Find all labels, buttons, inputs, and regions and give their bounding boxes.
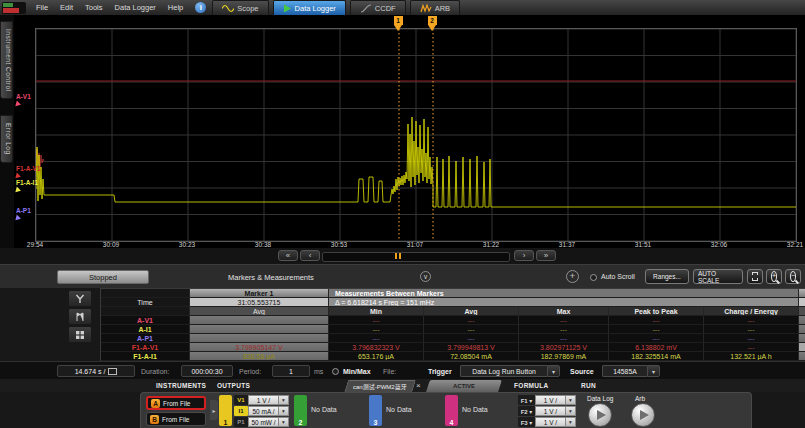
between-markers-title: Measurements Between Markers: [329, 289, 799, 298]
tab-label: CCDF: [375, 4, 396, 13]
zoom-in-icon[interactable]: +: [766, 269, 782, 284]
scroll-left-button[interactable]: «: [278, 250, 298, 261]
output-badge-p1[interactable]: P1: [234, 417, 248, 427]
output-row-i1: I150 mA /▾: [234, 406, 289, 416]
channel-1-bar[interactable]: 1: [219, 395, 232, 426]
output-badge-v1[interactable]: V1: [234, 395, 248, 405]
minmax-label: Min/Max: [343, 368, 371, 375]
cell-marker1-avg: 3.799905147 V: [190, 343, 329, 352]
instrument-a-button[interactable]: AFrom File: [146, 396, 206, 410]
markers-tool-button[interactable]: [68, 308, 92, 325]
active-tab[interactable]: ACTIVE: [426, 380, 502, 392]
run-data-log-button[interactable]: [588, 403, 612, 427]
zoom-out-icon[interactable]: −: [785, 269, 801, 284]
menu-file[interactable]: File: [30, 0, 54, 15]
marker2-title: Marker 2: [799, 289, 805, 298]
cell-charge: ---: [704, 325, 799, 334]
table-tool-strip: [62, 288, 98, 360]
channel-2-bar[interactable]: 2: [294, 395, 307, 426]
tab-scope[interactable]: Scope: [212, 0, 268, 15]
instrument-b-button[interactable]: BFrom File: [146, 412, 206, 426]
output-scale-field[interactable]: 50 mW /: [248, 417, 278, 427]
scroll-right-button[interactable]: »: [536, 250, 556, 261]
cell-charge: ---: [704, 316, 799, 325]
formula-scale-field[interactable]: 1 V /: [535, 406, 565, 416]
measurements-table: Marker 1Measurements Between MarkersMark…: [100, 288, 805, 362]
trigger-dropdown[interactable]: Data Log Run Button▾: [460, 365, 560, 377]
tab-data-logger[interactable]: Data Logger: [273, 0, 346, 15]
formula-badge-f1[interactable]: F1 ▾: [518, 395, 535, 405]
output-scale-field[interactable]: 1 V /: [248, 395, 278, 405]
trace-arrow-icon: [15, 186, 21, 193]
chevron-down-icon: ▾: [647, 365, 660, 377]
scroll-left-button[interactable]: ‹: [300, 250, 320, 261]
sidebar-tab-error-log[interactable]: Error Log: [0, 115, 13, 163]
channel-4-status: No Data: [462, 406, 488, 413]
cell-marker2-avg: 895.518 µA: [799, 352, 805, 361]
zoom-region-icon[interactable]: [747, 269, 763, 284]
tab-label: ARB: [435, 4, 450, 13]
bottom-strip: INSTRUMENTS OUTPUTS can测试-PWM2蓝牙 × ACTIV…: [0, 379, 805, 392]
cell-p2p: 6.138802 mV: [609, 343, 704, 352]
tab-arb[interactable]: ARB: [410, 0, 460, 15]
marker-pin-label: 1: [394, 16, 403, 25]
marker-pin-2[interactable]: 2: [428, 16, 437, 31]
menu-help[interactable]: Help: [162, 0, 189, 15]
expander-handle[interactable]: ▸: [210, 400, 218, 420]
play-icon: [283, 4, 292, 13]
minmax-radio[interactable]: [332, 368, 339, 375]
waveform-plot[interactable]: [35, 28, 797, 242]
menu-edit[interactable]: Edit: [54, 0, 79, 15]
chevron-down-icon[interactable]: ▾: [278, 395, 289, 405]
cell-max: ---: [519, 316, 609, 325]
cell-min: ---: [329, 316, 424, 325]
output-badge-i1[interactable]: I1: [234, 406, 248, 416]
marker-pin-1[interactable]: 1: [394, 16, 403, 31]
x-tick-label: 30:38: [246, 241, 280, 248]
setup-tool-button[interactable]: [68, 290, 92, 307]
info-icon[interactable]: i: [195, 2, 206, 13]
auto-scroll-radio[interactable]: [590, 274, 597, 281]
scroll-right-button[interactable]: ›: [514, 250, 534, 261]
formula-badge-f3[interactable]: F3 ▾: [518, 417, 535, 427]
chevron-down-icon[interactable]: ▾: [278, 406, 289, 416]
channel-4-bar[interactable]: 4: [445, 395, 458, 426]
scrollbar-thumb[interactable]: [393, 253, 402, 259]
chevron-down-icon[interactable]: ▾: [565, 395, 576, 405]
time-per-div-field[interactable]: 14.674 s /: [57, 365, 135, 377]
formula-scale-field[interactable]: 1 V /: [535, 417, 565, 427]
row-label: F1-A-V1: [101, 343, 190, 352]
instrument-label: From File: [163, 400, 190, 407]
duration-field[interactable]: 000:00:30: [181, 365, 233, 377]
grid-tool-button[interactable]: [68, 326, 92, 343]
tab-ccdf[interactable]: CCDF: [350, 0, 406, 15]
marker1-time: 31:05.553715: [190, 298, 329, 307]
instrument-id-badge: A: [151, 399, 160, 408]
x-tick-label: 32:06: [702, 241, 736, 248]
division-icon: [108, 368, 117, 375]
trace-label-f1-a-i1: F1-A-I1: [16, 179, 38, 193]
instrument-label: From File: [162, 416, 189, 423]
column-header-min: Min: [329, 307, 424, 316]
ranges-button[interactable]: Ranges...: [645, 269, 689, 284]
scrollbar-track[interactable]: [322, 252, 510, 262]
source-dropdown[interactable]: 14585A▾: [602, 365, 660, 377]
output-scale-field[interactable]: 50 mA /: [248, 406, 278, 416]
chevron-down-icon: ▾: [547, 365, 560, 377]
channel-3-bar[interactable]: 3: [369, 395, 382, 426]
close-icon[interactable]: ×: [416, 381, 421, 390]
run-arb-button[interactable]: [631, 403, 655, 427]
collapse-icon[interactable]: ∨: [420, 271, 431, 282]
time-column-header: Time: [101, 298, 190, 307]
chevron-down-icon[interactable]: ▾: [565, 417, 576, 427]
formula-badge-f2[interactable]: F2 ▾: [518, 406, 535, 416]
menu-data-logger[interactable]: Data Logger: [109, 0, 162, 15]
period-field[interactable]: 1: [272, 365, 310, 377]
auto-scale-button[interactable]: AUTO SCALE: [693, 269, 743, 284]
pan-icon[interactable]: +: [566, 270, 579, 283]
chevron-down-icon[interactable]: ▾: [565, 406, 576, 416]
sidebar-tab-instrument-control[interactable]: Instrument Control: [0, 21, 13, 99]
formula-scale-field[interactable]: 1 V /: [535, 395, 565, 405]
menu-tools[interactable]: Tools: [79, 0, 109, 15]
chevron-down-icon[interactable]: ▾: [278, 417, 289, 427]
